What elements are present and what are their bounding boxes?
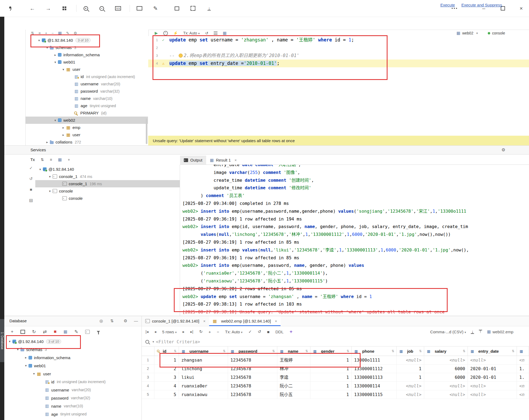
cell-salary[interactable]: <null> — [424, 390, 468, 399]
expand-collapse-icon[interactable]: ⇅ — [110, 318, 114, 323]
tree-item-information-schema[interactable]: ▸information_schema — [4, 354, 141, 362]
add-service-icon[interactable]: + — [68, 158, 70, 162]
cell-salary[interactable]: 6000 — [424, 365, 468, 373]
cell-id[interactable]: 4 — [154, 382, 179, 390]
cell-username[interactable]: ruanxia0er — [179, 382, 228, 390]
ddl-button[interactable]: DDL — [275, 330, 283, 334]
sort-icon[interactable]: ⇅ — [31, 31, 34, 35]
navigate-icon[interactable]: ◎ — [99, 318, 103, 323]
editor-line[interactable]: 1✓update emp set username = 'zhangsan' ,… — [148, 36, 529, 44]
cell-entry_date[interactable]: <null> — [468, 356, 517, 364]
execute-icon[interactable]: ▶ — [155, 31, 158, 36]
export-format-select[interactable]: Comma-...d (CSV)▾ — [430, 330, 466, 334]
cell-password[interactable]: 12345678 — [228, 365, 277, 373]
region-select-icon[interactable] — [134, 4, 144, 13]
cell-phone[interactable]: 13300001112 — [352, 365, 397, 373]
tree-item-name[interactable]: namevarchar(10) — [26, 95, 148, 102]
table-view-icon[interactable] — [58, 31, 62, 36]
ai-assistant-icon[interactable] — [289, 330, 293, 333]
close-tab-icon[interactable]: × — [234, 158, 237, 162]
cell-partial[interactable]: 1. — [517, 373, 529, 382]
tree-item--1-92-84-140[interactable]: ▾@1.92.84.140 — [35, 166, 180, 173]
last-page-icon[interactable]: ▸| — [190, 330, 193, 334]
settings-icon[interactable]: ⚙ — [74, 31, 77, 35]
sort-arrows-icon[interactable]: ⇅ — [347, 349, 349, 353]
sort-arrows-icon[interactable]: ⇅ — [223, 349, 226, 353]
schema-switcher[interactable]: web02▾ — [457, 30, 478, 37]
intention-bulb-icon[interactable] — [179, 54, 183, 58]
tree-item-console-1[interactable]: console_1196 ms — [35, 180, 180, 187]
cell-username[interactable]: zhangsan — [179, 356, 228, 364]
attach-icon[interactable]: ⚡ — [173, 31, 178, 35]
add-icon[interactable]: + — [45, 31, 47, 35]
tree-item-user[interactable]: ▾user — [4, 370, 141, 378]
tree-item-emp[interactable]: ▸emp — [26, 124, 148, 131]
stop-icon[interactable]: ■ — [54, 329, 56, 334]
close-tab-icon[interactable]: × — [275, 319, 277, 323]
chevron-down-icon[interactable]: ▾ — [31, 372, 37, 376]
previous-page-icon[interactable]: ◂ — [154, 330, 156, 334]
remove-icon[interactable]: − — [51, 31, 54, 35]
sort-arrows-icon[interactable]: ⇅ — [305, 349, 308, 353]
add-icon[interactable]: + — [11, 329, 13, 334]
cell-partial[interactable]: <n — [517, 382, 529, 390]
zoom-in-icon[interactable]: + — [81, 4, 91, 13]
tree-item-schemas[interactable]: ▾schemas3 — [4, 345, 141, 354]
chevron-right-icon[interactable]: ▸ — [44, 140, 50, 144]
filter-icon[interactable] — [97, 331, 100, 333]
row-number[interactable]: 5 — [142, 390, 154, 399]
tree-item--1-92-84-140[interactable]: ▾@1.92.84.1403 of 10 — [4, 337, 141, 345]
revert-icon[interactable]: ↺ — [258, 329, 261, 334]
cell-password[interactable]: 12345678 — [228, 382, 277, 390]
history-icon[interactable] — [163, 31, 168, 36]
capture-icon[interactable] — [188, 4, 198, 13]
chevron-down-icon[interactable]: ▾ — [47, 189, 53, 193]
tab-console-1-1-92-84-140-[interactable]: console_1 [@1.92.84.140]× — [142, 316, 209, 326]
cell-id[interactable]: 5 — [154, 390, 179, 399]
cell-job[interactable]: 1 — [397, 373, 424, 382]
cell-salary[interactable]: 6000 — [424, 373, 468, 382]
tree-item-information-schema[interactable]: ▸information_schema — [26, 51, 148, 58]
tree-item-age[interactable]: agetinyint unsigned — [4, 410, 141, 418]
chevron-right-icon[interactable]: ▸ — [61, 126, 66, 130]
submit-icon[interactable]: ✓ — [248, 329, 252, 334]
success-check-icon[interactable]: ✓ — [161, 36, 166, 44]
cell-job[interactable]: <null> — [397, 382, 424, 390]
tree-item-console[interactable]: console — [35, 195, 180, 202]
grid-icon[interactable] — [60, 4, 69, 13]
cell-gender[interactable]: 1 — [310, 382, 352, 390]
sort-arrows-icon[interactable]: ⇅ — [392, 349, 394, 353]
row-number[interactable]: 3 — [142, 373, 154, 382]
execute-and-suppress-link[interactable]: Execute and Suppress — [461, 3, 502, 7]
rollback-icon[interactable]: ↺ — [28, 176, 34, 187]
layout-icon[interactable]: ▤ — [28, 198, 34, 209]
column-header-password[interactable]: password⇅ — [228, 346, 277, 356]
edit-icon[interactable]: ✎ — [151, 4, 160, 13]
zoom-out-icon[interactable]: − — [97, 4, 106, 13]
cell-id[interactable]: 3 — [154, 373, 179, 382]
row-number[interactable]: 1 — [142, 356, 154, 364]
tree-item-id[interactable]: idint unsigned (auto increment) — [26, 73, 148, 80]
chevron-down-icon[interactable]: ▾ — [15, 348, 20, 351]
chevron-right-icon[interactable]: ▸ — [61, 133, 66, 137]
table-data-icon[interactable] — [64, 329, 67, 334]
refresh-icon[interactable]: ↻ — [32, 329, 36, 335]
cell-salary[interactable]: <null> — [424, 382, 468, 390]
cell-salary[interactable]: <null> — [424, 356, 468, 364]
execute-link[interactable]: Execute — [440, 3, 455, 7]
tree-item-web01[interactable]: ▾web01 — [4, 362, 141, 370]
tab-web02-emp-1-92-84-140-[interactable]: web02.emp [@1.92.84.140]× — [209, 316, 281, 326]
cell-password[interactable]: 12345678 — [228, 356, 277, 364]
tree-item-primary[interactable]: PRIMARY(id) — [26, 109, 148, 117]
tree-item-username[interactable]: usernamevarchar(20) — [4, 386, 141, 394]
next-page-icon[interactable]: ▸ — [182, 330, 184, 334]
pin-icon[interactable] — [5, 4, 15, 13]
column-header-phone[interactable]: phone⇅ — [352, 346, 397, 356]
cell-job[interactable]: <null> — [397, 390, 424, 399]
chevron-down-icon[interactable]: ▾ — [53, 118, 58, 122]
cell-name[interactable]: 阮小二 — [277, 382, 310, 390]
warning-triangle-icon[interactable]: ⚠ — [161, 60, 166, 67]
database-tool-window-button[interactable]: 1: Database — [0, 319, 4, 362]
chevron-down-icon[interactable]: ▾ — [36, 38, 42, 42]
tab-output[interactable]: Output — [180, 156, 206, 164]
